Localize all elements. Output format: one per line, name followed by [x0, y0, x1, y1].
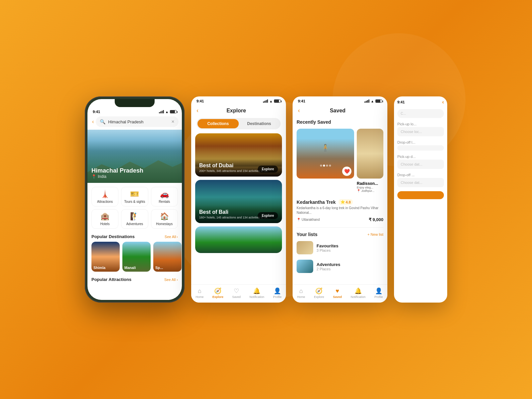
- list-item-favourites[interactable]: Favourites 3 Places: [293, 238, 387, 257]
- screens-container: 9:41 ▲ ‹: [85, 96, 447, 303]
- home-label-3: Home: [297, 295, 305, 299]
- nav-saved-2[interactable]: ♡ Saved: [232, 287, 241, 299]
- tab-destinations[interactable]: Destinations: [239, 119, 280, 128]
- pickup-location: Pick-up lo... Choose loc...: [397, 122, 444, 136]
- explore-header: ‹ Explore: [191, 104, 286, 117]
- popular-destinations-header: Popular Destinations See All ›: [87, 233, 182, 242]
- nav-notification-3[interactable]: 🔔 Notification: [351, 287, 366, 299]
- adventures-info: Adventures 2 Places: [317, 262, 340, 271]
- trek-description: Kedarkantha is a 6-day long trek in Govi…: [297, 206, 383, 215]
- saved-icon-3: ♥: [335, 288, 339, 295]
- bali-card[interactable]: Best of Bali 160+ hotels, 145 attraction…: [195, 180, 282, 223]
- explore-icon-2: 🧭: [214, 287, 221, 295]
- heart-button[interactable]: ❤️: [342, 167, 351, 176]
- dest-manali[interactable]: Manali: [122, 242, 151, 272]
- saved-title: Saved: [330, 108, 345, 114]
- dropoff-loc-input[interactable]: [397, 145, 444, 151]
- see-all-destinations[interactable]: See All ›: [165, 235, 178, 239]
- time-4: 9:41: [397, 100, 405, 104]
- kedarkantha-card[interactable]: 🧍 ❤️: [297, 129, 354, 179]
- adventures-label: Adventures: [126, 222, 143, 226]
- dest-shimla[interactable]: Shimla: [91, 242, 120, 272]
- search-cars-btn[interactable]: [397, 191, 444, 199]
- nav-notification-2[interactable]: 🔔 Notification: [249, 287, 264, 299]
- nav-saved-3[interactable]: ♥ Saved: [333, 288, 342, 299]
- cat-adventures[interactable]: 🧗 Adventures: [121, 209, 148, 229]
- card3[interactable]: [195, 226, 282, 253]
- favourites-name: Favourites: [317, 243, 338, 248]
- clear-icon-1[interactable]: ✕: [171, 119, 175, 124]
- back-button-2[interactable]: ‹: [197, 107, 199, 114]
- radisson-card[interactable]: [357, 129, 383, 179]
- dropoff-date: Drop-off ... Choose dat...: [397, 173, 444, 187]
- cat-rentals[interactable]: 🚗 Rentals: [151, 187, 178, 206]
- radisson-name: Radisson...: [357, 181, 383, 186]
- nav-explore-2[interactable]: 🧭 Explore: [212, 287, 223, 299]
- radisson-loc: 📍 Jodhpur...: [357, 189, 383, 193]
- nav-profile-2[interactable]: 👤 Profile: [273, 287, 282, 299]
- pickup-date: Pick-up d... Choose dat...: [397, 155, 444, 169]
- dubai-explore-btn[interactable]: Explore: [258, 166, 278, 173]
- bali-explore-btn[interactable]: Explore: [258, 212, 278, 219]
- profile-label-3: Profile: [374, 295, 383, 299]
- your-lists-title: Your lists: [297, 232, 318, 237]
- screen3: 9:41 ▲ ‹ Saved Recently Saved: [293, 96, 387, 303]
- search-input-4[interactable]: C...: [397, 109, 444, 118]
- list-item-adventures[interactable]: Adventures 2 Places: [293, 257, 387, 276]
- pickup-loc-label: Pick-up lo...: [397, 122, 444, 126]
- screen4: 9:41 ‹ C... Pick-up lo... Choose loc... …: [394, 96, 447, 303]
- cat-attractions[interactable]: 🗼 Attractions: [91, 187, 118, 206]
- hotels-label: Hotels: [100, 222, 109, 226]
- status-bar-3: 9:41 ▲: [293, 96, 387, 104]
- back-button-1[interactable]: ‹: [92, 119, 94, 125]
- screen1-inner: 9:41 ▲ ‹: [87, 99, 182, 300]
- phone-device: 9:41 ▲ ‹: [85, 96, 185, 303]
- dest-spiti[interactable]: Sp...: [153, 242, 182, 272]
- adventures-thumb: [297, 260, 313, 273]
- cat-homestays[interactable]: 🏠 Homestays: [151, 209, 178, 229]
- nav-explore-3[interactable]: 🧭 Explore: [314, 287, 324, 299]
- search-bar-1[interactable]: 🔍 Himachal Pradesh ✕: [96, 116, 179, 127]
- battery-icon-1: [170, 110, 177, 113]
- saved-label-2: Saved: [232, 295, 241, 299]
- back-button-3[interactable]: ‹: [298, 107, 300, 114]
- notification-icon-2: 🔔: [253, 287, 260, 295]
- home-icon-3: ⌂: [299, 288, 303, 295]
- saved-hero-cards: 🧍 ❤️ Radisson... Enjoy eleg...: [293, 126, 387, 197]
- adventures-count: 2 Places: [317, 267, 340, 271]
- tours-label: Tours & sights: [124, 200, 145, 203]
- explore-label-2: Explore: [212, 295, 223, 299]
- dubai-card[interactable]: Best of Dubai 200+ hotels, 345 attractio…: [195, 133, 282, 177]
- back-button-4[interactable]: ‹: [442, 99, 444, 105]
- rentals-icon: 🚗: [160, 190, 169, 199]
- spiti-label: Sp...: [155, 266, 163, 270]
- notification-label-2: Notification: [249, 295, 264, 299]
- notification-label-3: Notification: [351, 295, 366, 299]
- card-dots: [320, 165, 331, 167]
- nav-home-2[interactable]: ⌂ Home: [196, 288, 203, 299]
- explore-title: Explore: [226, 108, 246, 114]
- time-1: 9:41: [93, 110, 100, 114]
- destinations-list: Shimla Manali Sp...: [87, 242, 182, 276]
- cat-tours[interactable]: 🎫 Tours & sights: [121, 187, 148, 206]
- tab-collections[interactable]: Collections: [198, 119, 239, 128]
- new-list-button[interactable]: + New list: [367, 232, 383, 236]
- bottom-nav-3: ⌂ Home 🧭 Explore ♥ Saved 🔔 Notification …: [293, 284, 387, 303]
- dropoff-date-input[interactable]: Choose dat...: [397, 178, 444, 187]
- nav-home-3[interactable]: ⌂ Home: [297, 288, 305, 299]
- status-icons-2: ▲: [263, 99, 281, 103]
- pickup-date-input[interactable]: Choose dat...: [397, 160, 444, 169]
- attractions-icon: 🗼: [100, 190, 109, 199]
- wifi-icon-1: ▲: [165, 110, 169, 114]
- location-name: Himachal Pradesh: [91, 167, 143, 174]
- pin-icon: 📍: [91, 174, 96, 179]
- cat-hotels[interactable]: 🏨 Hotels: [91, 209, 118, 229]
- profile-icon-3: 👤: [375, 287, 382, 295]
- nav-profile-3[interactable]: 👤 Profile: [374, 287, 383, 299]
- location-info: Himachal Pradesh 📍 India: [91, 167, 143, 179]
- pickup-loc-input[interactable]: Choose loc...: [397, 127, 444, 136]
- see-all-attractions[interactable]: See All ›: [164, 278, 178, 282]
- radisson-info: Radisson... Enjoy eleg... 📍 Jodhpur...: [357, 179, 383, 194]
- saved-label-3: Saved: [333, 295, 342, 299]
- battery-icon-2: [274, 99, 281, 103]
